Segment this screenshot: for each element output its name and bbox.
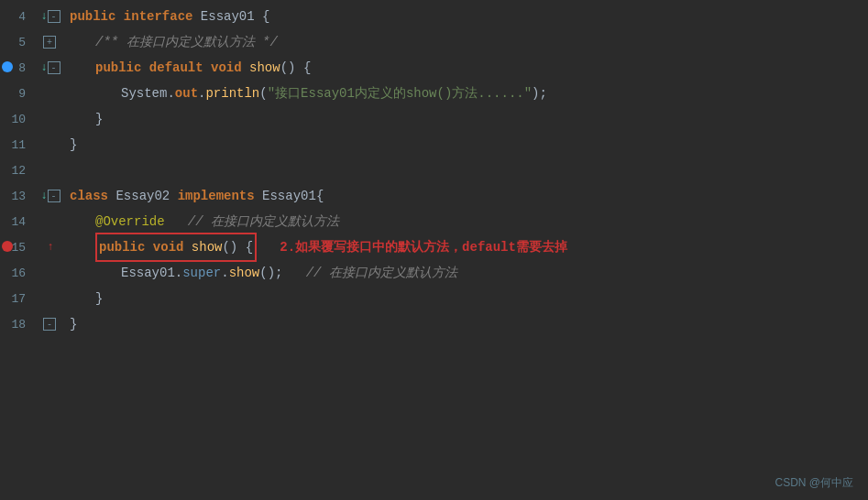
line-number: 18 [0, 318, 33, 332]
up-arrow-icon[interactable]: ↑ [47, 241, 53, 254]
code-line: 12 [0, 158, 868, 183]
line-number: 13 [0, 190, 33, 203]
fold-icon[interactable]: - [43, 318, 56, 331]
line-code: System.out.println("接口Essay01内定义的show()方… [66, 81, 868, 106]
fold-icon[interactable]: + [43, 36, 56, 49]
line-code: Essay01.super.show(); // 在接口内定义默认方法 [66, 260, 868, 286]
line-gutter: 15↑ [0, 241, 66, 255]
breakpoint-dot[interactable] [2, 241, 13, 252]
line-code: @Override // 在接口内定义默认方法 [66, 209, 868, 234]
line-code: } [66, 311, 868, 337]
code-line: 9System.out.println("接口Essay01内定义的show()… [0, 81, 868, 106]
code-line: 11} [0, 132, 868, 158]
line-code: public void show() { 2.如果覆写接口中的默认方法，defa… [66, 233, 868, 262]
code-line: 14@Override // 在接口内定义默认方法 [0, 209, 868, 234]
line-icons: - [33, 318, 66, 331]
line-number: 15 [0, 241, 33, 255]
code-line: 17} [0, 286, 868, 311]
line-gutter: 4↓- [0, 10, 66, 24]
line-code: public interface Essay01 { [66, 4, 868, 29]
line-number: 12 [0, 164, 33, 178]
line-icons: ↓- [33, 10, 66, 23]
down-arrow-icon[interactable]: ↓ [40, 190, 47, 202]
line-icons: ↑ [33, 241, 66, 254]
line-number: 10 [0, 113, 33, 126]
line-gutter: 9 [0, 87, 66, 101]
line-number: 16 [0, 266, 33, 280]
line-code: } [66, 106, 868, 132]
line-number: 9 [0, 87, 33, 101]
line-gutter: 18- [0, 318, 66, 332]
code-line: 18-} [0, 311, 868, 337]
line-gutter: 5+ [0, 36, 66, 49]
line-gutter: 17 [0, 292, 66, 306]
line-number: 8 [0, 61, 33, 75]
fold-icon[interactable]: - [48, 190, 60, 202]
line-gutter: 12 [0, 164, 66, 178]
watermark: CSDN @何中应 [775, 475, 853, 491]
code-line: 8↓-public default void show() { [0, 55, 868, 81]
code-line: 16Essay01.super.show(); // 在接口内定义默认方法 [0, 260, 868, 286]
line-number: 11 [0, 138, 33, 152]
line-gutter: 16 [0, 266, 66, 280]
code-line: 13↓-class Essay02 implements Essay01{ [0, 183, 868, 209]
line-code: } [66, 286, 868, 311]
line-icons: + [33, 36, 66, 49]
line-number: 17 [0, 292, 33, 306]
code-line: 15↑public void show() { 2.如果覆写接口中的默认方法，d… [0, 234, 868, 260]
fold-icon[interactable]: - [48, 61, 60, 74]
line-gutter: 13↓- [0, 190, 66, 203]
line-icons: ↓- [33, 61, 66, 74]
fold-icon[interactable]: - [48, 10, 60, 23]
line-gutter: 10 [0, 113, 66, 126]
line-gutter: 8↓- [0, 61, 66, 75]
line-gutter: 11 [0, 138, 66, 152]
line-number: 5 [0, 36, 33, 49]
code-line: 10} [0, 106, 868, 132]
line-code: class Essay02 implements Essay01{ [66, 183, 868, 209]
code-editor: 4↓-public interface Essay01 {5+/** 在接口内定… [0, 0, 868, 500]
code-content: 4↓-public interface Essay01 {5+/** 在接口内定… [0, 0, 868, 337]
line-code: /** 在接口内定义默认方法 */ [66, 29, 868, 55]
down-arrow-icon[interactable]: ↓ [40, 10, 47, 23]
line-code: public default void show() { [66, 55, 868, 81]
line-number: 14 [0, 215, 33, 229]
line-icons: ↓- [33, 190, 66, 202]
line-number: 4 [0, 10, 33, 24]
code-line: 5+/** 在接口内定义默认方法 */ [0, 29, 868, 55]
breakpoint-dot[interactable] [2, 61, 13, 72]
line-code: } [66, 132, 868, 158]
down-arrow-icon[interactable]: ↓ [40, 61, 47, 74]
line-gutter: 14 [0, 215, 66, 229]
code-line: 4↓-public interface Essay01 { [0, 4, 868, 29]
